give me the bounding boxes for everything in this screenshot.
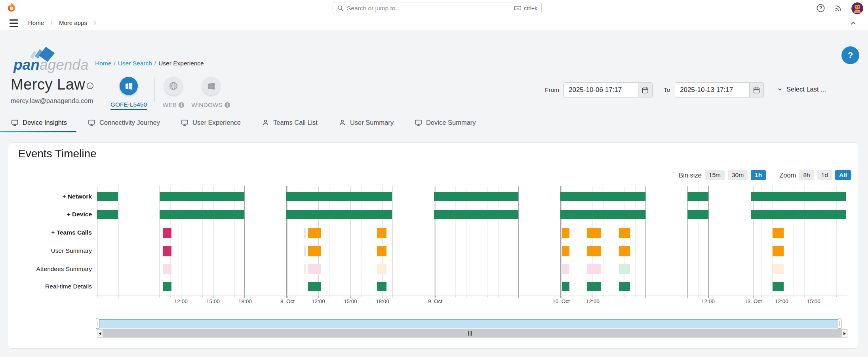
grafana-logo-icon[interactable] — [6, 2, 17, 13]
tab-connectivity-journey[interactable]: Connectivity Journey — [88, 116, 160, 131]
news-rss-icon[interactable] — [834, 4, 843, 13]
device-gofe-button[interactable] — [120, 77, 138, 95]
scroll-right-button[interactable] — [841, 329, 847, 338]
timeline-row-label[interactable]: + Teams Calls — [0, 229, 92, 237]
timeline-event[interactable] — [619, 228, 630, 238]
menu-icon[interactable] — [10, 19, 18, 27]
device-windows-label[interactable]: WINDOWSi — [185, 101, 237, 109]
zoom-1d-button[interactable]: 1d — [817, 170, 832, 180]
timeline-event[interactable] — [377, 264, 386, 274]
tab-user-summary[interactable]: User Summary — [339, 116, 394, 131]
device-gofe-label[interactable]: GOFE-L5450 — [107, 101, 150, 108]
timeline-bar[interactable] — [560, 192, 645, 201]
tab-device-summary[interactable]: Device Summary — [415, 116, 476, 131]
timeline-event[interactable] — [773, 228, 784, 238]
select-last-dropdown[interactable]: Select Last ... — [777, 86, 826, 93]
timeline-event[interactable] — [587, 264, 601, 274]
timeline-event[interactable] — [587, 228, 601, 238]
timeline-event[interactable] — [308, 282, 321, 291]
from-date-input[interactable] — [563, 82, 638, 97]
breadcrumb-home[interactable]: Home — [28, 19, 44, 26]
timeline-event[interactable] — [163, 264, 171, 274]
tab-user-experience[interactable]: User Experience — [181, 116, 241, 131]
tab-device-insights[interactable]: Device Insights — [11, 116, 67, 131]
zoom-all-button[interactable]: All — [835, 170, 851, 180]
help-fab-button[interactable]: ? — [841, 46, 859, 64]
timeline-bar[interactable] — [286, 192, 392, 201]
info-icon[interactable] — [86, 82, 94, 90]
timeline-range-slider[interactable] — [98, 319, 841, 328]
timeline-event[interactable] — [308, 246, 321, 256]
monitor-icon — [11, 119, 19, 126]
timeline-event[interactable] — [308, 228, 321, 238]
timeline-event[interactable] — [562, 264, 569, 274]
panagenda-logo[interactable]: pan agenda — [10, 44, 89, 75]
timeline-event[interactable] — [562, 282, 569, 291]
timeline-event[interactable] — [377, 228, 386, 238]
bin-1h-button[interactable]: 1h — [751, 170, 766, 180]
app-breadcrumb: Home / User Search / User Experience — [95, 60, 204, 67]
timeline-event[interactable] — [587, 246, 601, 256]
timeline-event[interactable] — [562, 246, 569, 256]
timeline-event[interactable] — [163, 228, 171, 238]
app-breadcrumb-home[interactable]: Home — [95, 60, 111, 67]
collapse-chevron-up-icon[interactable] — [850, 20, 857, 27]
scrollbar-grip[interactable] — [468, 331, 472, 336]
timeline-event[interactable] — [163, 282, 171, 291]
timeline-event[interactable] — [304, 228, 306, 238]
page: ctrl+k Home — [0, 0, 868, 357]
timeline-event[interactable] — [377, 246, 386, 256]
timeline-event[interactable] — [304, 264, 306, 274]
timeline-bar[interactable] — [560, 210, 645, 219]
timeline-bar[interactable] — [751, 192, 846, 201]
timeline-bar[interactable] — [687, 210, 708, 219]
timeline-event[interactable] — [773, 264, 784, 274]
timeline-event[interactable] — [773, 246, 784, 256]
timeline-event[interactable] — [163, 246, 171, 256]
device-windows-button[interactable] — [202, 77, 220, 95]
timeline-event[interactable] — [304, 246, 306, 256]
horizontal-scrollbar[interactable] — [97, 329, 847, 338]
timeline-row-label[interactable]: + Network — [0, 193, 92, 201]
timeline-bar[interactable] — [687, 192, 708, 201]
timeline-bar[interactable] — [97, 210, 118, 219]
timeline-bar[interactable] — [286, 210, 392, 219]
tab-teams-call-list[interactable]: Teams Call List — [262, 116, 318, 131]
calendar-icon — [753, 86, 760, 94]
timeline-event[interactable] — [619, 264, 630, 274]
timeline-bar[interactable] — [97, 192, 118, 201]
to-date-input[interactable] — [675, 82, 750, 97]
timeline-bar[interactable] — [160, 210, 244, 219]
timeline-bar[interactable] — [160, 192, 244, 201]
chevron-right-icon — [92, 20, 97, 26]
bin-15m-button[interactable]: 15m — [705, 170, 725, 180]
zoom-8h-button[interactable]: 8h — [799, 170, 814, 180]
breadcrumb-separator: / — [114, 60, 115, 67]
windows-icon — [207, 82, 216, 91]
scroll-left-button[interactable] — [97, 329, 103, 338]
timeline-bar[interactable] — [434, 192, 518, 201]
timeline-bar[interactable] — [434, 210, 518, 219]
slider-right-handle[interactable] — [838, 319, 841, 329]
timeline-bar[interactable] — [751, 210, 846, 219]
timeline-event[interactable] — [587, 282, 601, 291]
timeline-event[interactable] — [377, 282, 386, 291]
timeline-event[interactable] — [773, 282, 784, 291]
timeline-event[interactable] — [308, 264, 321, 274]
search-input[interactable] — [347, 5, 511, 12]
timeline-row-label[interactable]: + Device — [0, 211, 92, 219]
timeline-event[interactable] — [619, 282, 630, 291]
from-calendar-button[interactable] — [638, 82, 653, 97]
help-icon[interactable] — [816, 4, 825, 13]
globe-icon — [169, 81, 178, 91]
app-breadcrumb-user-search[interactable]: User Search — [118, 60, 152, 67]
to-calendar-button[interactable] — [749, 82, 764, 97]
timeline-event[interactable] — [562, 228, 569, 238]
device-web-button[interactable] — [164, 77, 183, 95]
divider — [154, 77, 155, 102]
timeline-event[interactable] — [619, 246, 630, 256]
user-avatar[interactable] — [851, 2, 863, 14]
slider-left-handle[interactable] — [96, 319, 99, 329]
breadcrumb-more-apps[interactable]: More apps — [59, 19, 87, 26]
bin-30m-button[interactable]: 30m — [728, 170, 748, 180]
